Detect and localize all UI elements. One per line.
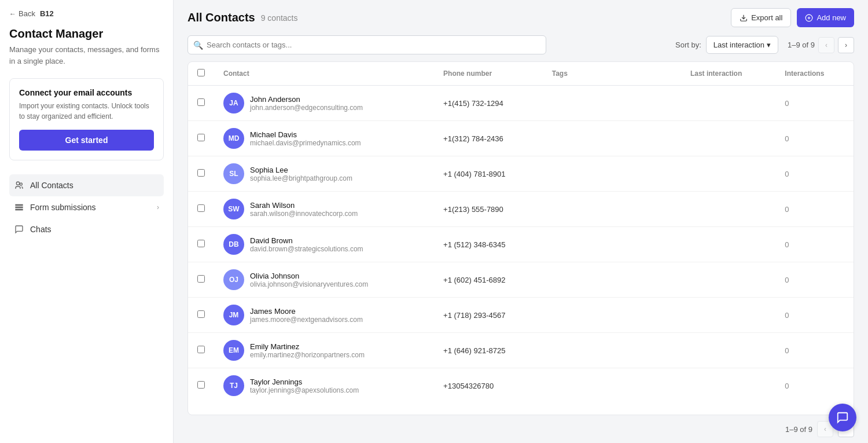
back-button[interactable]: ← Back xyxy=(9,9,35,18)
contacts-count: 9 contacts xyxy=(261,13,298,23)
sidebar-item-chats-label: Chats xyxy=(30,225,52,234)
row-checkbox-cell xyxy=(188,298,214,333)
avatar: JA xyxy=(223,93,244,114)
row-checkbox[interactable] xyxy=(197,240,205,247)
avatar: SW xyxy=(223,199,244,219)
page-title: All Contacts xyxy=(187,11,255,24)
tag-badge: Client xyxy=(552,204,580,214)
tags-cell: Client xyxy=(543,262,681,298)
sort-button[interactable]: Last interaction ▾ xyxy=(706,36,778,54)
contact-cell: JM James Moore james.moore@nextgenadviso… xyxy=(214,298,434,333)
col-last-interaction: Last interaction xyxy=(681,62,775,86)
row-checkbox[interactable] xyxy=(197,204,205,212)
table-row: TJ Taylor Jennings taylor.jennings@apexs… xyxy=(188,368,854,404)
select-all-col xyxy=(188,62,214,86)
tag-badge: Prospectiv... xyxy=(552,310,598,320)
prev-page-button[interactable]: ‹ xyxy=(818,37,834,53)
select-all-checkbox[interactable] xyxy=(197,69,205,76)
table-row: JA John Anderson john.anderson@edgeconsu… xyxy=(188,86,854,121)
table-row: DB David Brown david.brown@strategicsolu… xyxy=(188,227,854,262)
interactions-cell: 0 xyxy=(775,227,854,262)
tag-badge: Prospectiv... xyxy=(552,345,598,356)
get-started-button[interactable]: Get started xyxy=(19,130,154,151)
col-interactions: Interactions xyxy=(775,62,854,86)
tags-cell: Client xyxy=(543,192,681,227)
export-button[interactable]: Export all xyxy=(731,8,791,27)
svg-point-0 xyxy=(16,182,19,185)
chat-bubble-icon xyxy=(836,411,849,424)
contact-email: michael.davis@primedynamics.com xyxy=(250,139,361,147)
phone-cell: +1(415) 732-1294 xyxy=(434,86,543,121)
bottom-bar: 1–9 of 9 ‹ › xyxy=(174,415,868,443)
chat-support-button[interactable] xyxy=(829,404,856,431)
tag-badge: Client xyxy=(552,133,580,144)
add-label: Add new xyxy=(816,13,846,22)
sort-value-label: Last interaction xyxy=(713,41,764,49)
phone-cell: +1 (718) 293-4567 xyxy=(434,298,543,333)
interactions-cell: 0 xyxy=(775,333,854,368)
table-row: JM James Moore james.moore@nextgenadviso… xyxy=(188,298,854,333)
row-checkbox[interactable] xyxy=(197,275,205,283)
sidebar-item-chats[interactable]: Chats xyxy=(9,218,164,240)
add-new-button[interactable]: Add new xyxy=(797,8,854,27)
contacts-table-container: Contact Phone number Tags Last interacti… xyxy=(187,61,854,415)
tags-cell: Prospectiv... xyxy=(543,333,681,368)
avatar: MD xyxy=(223,128,244,149)
pagination-label-top: 1–9 of 9 xyxy=(788,41,815,49)
contact-name: Sarah Wilson xyxy=(250,201,358,210)
connect-card: Connect your email accounts Import your … xyxy=(9,78,164,160)
contact-name: Michael Davis xyxy=(250,130,361,139)
contact-email: emily.martinez@horizonpartners.com xyxy=(250,351,365,359)
contact-email: olivia.johnson@visionaryventures.com xyxy=(250,280,368,288)
row-checkbox-cell xyxy=(188,192,214,227)
contact-email: james.moore@nextgenadvisors.com xyxy=(250,316,363,324)
next-page-button[interactable]: › xyxy=(838,37,854,53)
last-interaction-cell xyxy=(681,156,775,192)
table-header-row: Contact Phone number Tags Last interacti… xyxy=(188,62,854,86)
table-row: SW Sarah Wilson sarah.wilson@innovatechc… xyxy=(188,192,854,227)
export-icon xyxy=(740,14,748,22)
header-left: All Contacts 9 contacts xyxy=(187,11,298,24)
row-checkbox-cell xyxy=(188,368,214,404)
tags-cell: Client xyxy=(543,86,681,121)
search-input[interactable] xyxy=(187,35,546,54)
contact-cell: OJ Olivia Johnson olivia.johnson@visiona… xyxy=(214,262,434,298)
avatar: OJ xyxy=(223,269,244,290)
avatar: EM xyxy=(223,340,244,361)
svg-rect-4 xyxy=(16,209,23,210)
tag-badge: Contact xyxy=(552,380,586,391)
phone-cell: +1 (404) 781-8901 xyxy=(434,156,543,192)
tags-cell: ContactProspectiv... xyxy=(543,156,681,192)
row-checkbox[interactable] xyxy=(197,98,205,106)
row-checkbox[interactable] xyxy=(197,310,205,318)
contact-name: Sophia Lee xyxy=(250,166,352,174)
avatar: DB xyxy=(223,234,244,255)
last-interaction-cell xyxy=(681,298,775,333)
last-interaction-cell xyxy=(681,227,775,262)
col-phone: Phone number xyxy=(434,62,543,86)
phone-cell: +1(312) 784-2436 xyxy=(434,121,543,156)
tag-badge: Contact xyxy=(552,169,586,179)
phone-cell: +1 (512) 348-6345 xyxy=(434,227,543,262)
main-content: All Contacts 9 contacts Export all Add n… xyxy=(174,0,868,443)
row-checkbox[interactable] xyxy=(197,346,205,353)
svg-point-1 xyxy=(20,183,22,185)
col-tags: Tags xyxy=(543,62,681,86)
sort-wrap: Sort by: Last interaction ▾ xyxy=(675,36,778,54)
back-arrow-icon: ← xyxy=(9,10,16,18)
row-checkbox[interactable] xyxy=(197,169,205,177)
toolbar-right: Sort by: Last interaction ▾ 1–9 of 9 ‹ › xyxy=(675,36,854,54)
interactions-cell: 0 xyxy=(775,121,854,156)
row-checkbox[interactable] xyxy=(197,381,205,389)
row-checkbox[interactable] xyxy=(197,134,205,141)
sidebar-item-form-submissions[interactable]: Form submissions › xyxy=(9,196,164,218)
tags-cell: ContactClient xyxy=(543,368,681,404)
contact-cell: DB David Brown david.brown@strategicsolu… xyxy=(214,227,434,262)
chevron-down-icon: ▾ xyxy=(767,41,771,49)
sidebar-nav: All Contacts Form submissions › Chats xyxy=(9,174,164,240)
last-interaction-cell xyxy=(681,368,775,404)
avatar: TJ xyxy=(223,375,244,396)
sidebar-item-all-contacts[interactable]: All Contacts xyxy=(9,174,164,196)
row-checkbox-cell xyxy=(188,227,214,262)
contact-cell: SL Sophia Lee sophia.lee@brightpathgroup… xyxy=(214,156,434,192)
